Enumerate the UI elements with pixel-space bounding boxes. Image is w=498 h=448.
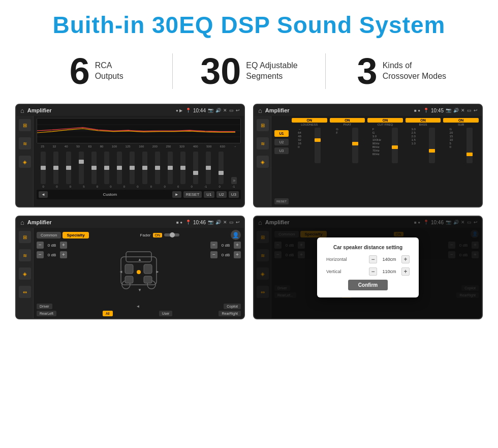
stat-divider-1 [172, 53, 173, 89]
speaker-sidebar-btn2[interactable]: ≋ [19, 249, 31, 261]
eq-u2-button[interactable]: U2 [216, 191, 227, 198]
db-rl-minus[interactable]: − [37, 251, 44, 258]
crossover-camera-icon: 📷 [446, 108, 451, 113]
crossover-time: 10:45 [431, 108, 444, 113]
crossover-u3-btn[interactable]: U3 [274, 147, 289, 154]
speaker-home-icon[interactable]: ⌂ [20, 219, 24, 226]
tab-common[interactable]: Common [37, 232, 61, 238]
dialog-horizontal-plus[interactable]: + [401, 255, 410, 263]
crossover-sidebar-btn1[interactable]: ⊞ [257, 119, 269, 131]
eq-slider-5[interactable] [104, 152, 109, 184]
eq-slider-7[interactable] [130, 152, 135, 184]
dialog-confirm-button[interactable]: Confirm [348, 280, 388, 290]
eq-slider-11[interactable] [180, 152, 185, 184]
crossover-app-title: Amplifier [265, 107, 411, 113]
ch-phat-on[interactable]: ON [330, 118, 365, 123]
db-rr-minus[interactable]: − [210, 251, 217, 258]
db-rl-plus[interactable]: + [60, 251, 67, 258]
crossover-left-sidebar: ⊞ ≋ ◈ [254, 116, 271, 206]
eq-prev-button[interactable]: ◄ [39, 191, 48, 198]
eq-sidebar-btn2[interactable]: ≋ [19, 137, 31, 150]
fader-slider[interactable] [164, 233, 179, 236]
screen-speaker: ⌂ Amplifier ■ ● 📍 10:46 📷 🔊 ✕ ▭ ↩ ⊞ ≋ ◈ … [15, 216, 245, 319]
eq-slider-13[interactable] [206, 152, 211, 184]
eq-slider-6[interactable] [117, 152, 122, 184]
slider-bass[interactable] [429, 128, 435, 163]
speaker-status-icons: 📍 10:46 📷 🔊 ✕ ▭ ↩ [185, 220, 240, 225]
screen-eq: ⌂ Amplifier ● ▶ 📍 10:44 📷 🔊 ✕ ▭ ↩ ⊞ ≋ ◈ [15, 104, 245, 207]
db-fr-plus[interactable]: + [234, 242, 241, 249]
pos-copilot[interactable]: Copilot [224, 304, 241, 309]
eq-slider-9[interactable] [155, 152, 160, 184]
speaker-sidebar-btn1[interactable]: ⊞ [19, 231, 31, 243]
eq-u1-button[interactable]: U1 [204, 191, 214, 198]
ch-sub-label: SUB [443, 123, 479, 126]
svg-text:◄: ◄ [119, 270, 123, 274]
dialog-horizontal-minus[interactable]: − [369, 255, 377, 263]
db-fr-minus[interactable]: − [210, 242, 217, 249]
speaker-sidebar-btn4[interactable]: ⇔ [19, 286, 31, 298]
eq-sidebar-btn1[interactable]: ⊞ [19, 119, 31, 131]
profile-icon[interactable]: 👤 [231, 230, 241, 240]
eq-slider-4[interactable] [91, 152, 97, 184]
db-fl-minus[interactable]: − [37, 242, 44, 249]
eq-dot1: ● ▶ [176, 108, 182, 113]
dialog-vertical-minus[interactable]: − [369, 267, 377, 276]
page-title: Buith-in 30EQ DSP Sound System [10, 11, 488, 39]
home-icon[interactable]: ⌂ [20, 107, 24, 114]
db-fl-value: 0 dB [45, 243, 58, 248]
ch-cutfreq-on[interactable]: ON [367, 118, 403, 123]
eq-scroll-right[interactable]: » [231, 177, 237, 184]
slider-sub[interactable] [466, 128, 473, 163]
eq-slider-14[interactable] [219, 152, 224, 184]
db-control-rr: − 0 dB + [210, 251, 241, 258]
close-icon: ✕ [223, 108, 227, 113]
speaker-location-icon: 📍 [185, 220, 191, 225]
ch-loudness-on[interactable]: ON [292, 118, 327, 123]
eq-slider-10[interactable] [168, 152, 173, 184]
slider-phat[interactable] [352, 128, 358, 163]
eq-main-area: 2532405063 80100125160200 25032040050063… [34, 116, 244, 206]
pos-rearleft[interactable]: RearLeft [37, 311, 56, 316]
speaker-sidebar-btn3[interactable]: ◈ [19, 267, 31, 280]
eq-slider-2[interactable] [66, 152, 71, 184]
crossover-main-area: U1 U2 U3 RESET ON LOUDNESS [271, 116, 482, 206]
eq-sidebar-btn3[interactable]: ◈ [19, 156, 31, 168]
pos-all[interactable]: All [103, 311, 113, 316]
car-visual: ▲ ▼ ◄ ► [70, 242, 207, 302]
db-rr-plus[interactable]: + [234, 251, 241, 258]
ch-bass-on[interactable]: ON [406, 118, 441, 123]
speaker-layout-grid: − 0 dB + − 0 dB + [37, 242, 241, 302]
crossover-sidebar-btn2[interactable]: ≋ [257, 137, 269, 150]
fader-label: Fader [140, 233, 151, 237]
dialog-vertical-plus[interactable]: + [401, 267, 410, 276]
crossover-home-icon[interactable]: ⌂ [258, 107, 262, 114]
eq-slider-8[interactable] [142, 152, 147, 184]
slider-loudness[interactable] [315, 128, 321, 163]
eq-u3-button[interactable]: U3 [229, 191, 239, 198]
db-fl-plus[interactable]: + [60, 242, 67, 249]
crossover-reset-btn[interactable]: RESET [274, 198, 289, 204]
eq-slider-1[interactable] [53, 152, 58, 184]
back-icon[interactable]: ↩ [236, 108, 240, 113]
eq-next-button[interactable]: ► [172, 191, 181, 198]
pos-rearright[interactable]: RearRight [219, 311, 241, 316]
eq-slider-0[interactable] [41, 152, 46, 184]
crossover-sidebar-btn3[interactable]: ◈ [257, 156, 269, 168]
eq-reset-button[interactable]: RESET [183, 191, 202, 198]
speaker-back-icon[interactable]: ↩ [236, 220, 240, 225]
slider-cutfreq[interactable] [392, 128, 398, 163]
crossover-u2-btn[interactable]: U2 [274, 139, 289, 145]
crossover-back-icon[interactable]: ↩ [474, 108, 478, 113]
eq-slider-3[interactable] [79, 152, 84, 184]
eq-slider-12[interactable] [193, 152, 198, 184]
pos-driver[interactable]: Driver [37, 304, 52, 309]
crossover-u1-btn[interactable]: U1 [274, 130, 289, 137]
eq-app-title: Amplifier [27, 107, 173, 113]
dialog-horizontal-value: 140cm [379, 257, 399, 262]
ch-sub-on[interactable]: ON [443, 118, 479, 123]
pos-user[interactable]: User [159, 311, 173, 316]
fader-on-badge[interactable]: ON [153, 233, 163, 237]
tab-specialty[interactable]: Specialty [63, 232, 88, 238]
location-icon: 📍 [185, 108, 191, 113]
